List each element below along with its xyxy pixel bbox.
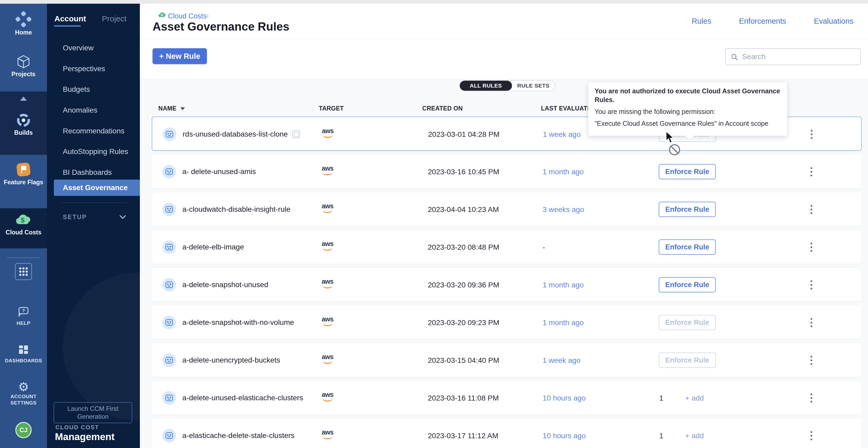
app-window: Home Projects Builds bbox=[0, 0, 868, 448]
aws-target-logo: aws bbox=[319, 202, 335, 213]
sidebar-item-help[interactable]: ? HELP bbox=[0, 306, 47, 326]
product-name: Management bbox=[55, 432, 115, 443]
svg-text:$: $ bbox=[21, 216, 25, 224]
row-menu-kebab-icon[interactable] bbox=[806, 427, 816, 444]
enforce-rule-button[interactable]: Enforce Rule bbox=[659, 164, 716, 179]
rule-name[interactable]: a- delete-unused-amis bbox=[182, 167, 256, 176]
sidebar-item-bi-dashboards[interactable]: BI Dashboards bbox=[63, 168, 112, 177]
link-evaluations[interactable]: Evaluations bbox=[814, 17, 854, 26]
aws-target-logo: aws bbox=[319, 391, 335, 402]
sidebar-item-home[interactable]: Home bbox=[0, 10, 47, 36]
sidebar-item-anomalies[interactable]: Anomalies bbox=[63, 106, 97, 114]
copy-icon[interactable] bbox=[292, 130, 300, 138]
sidebar-item-projects[interactable]: Projects bbox=[0, 54, 47, 78]
breadcrumb[interactable]: Cloud Costs bbox=[168, 12, 207, 20]
cloud-costs-sidebar: Account Project Overview Perspectives Bu… bbox=[47, 4, 140, 448]
main-content: $ Cloud Costs › Asset Governance Rules R… bbox=[140, 4, 868, 448]
watermark bbox=[63, 273, 140, 420]
rule-name[interactable]: a-cloudwatch-disable-insight-rule bbox=[182, 205, 290, 214]
aws-text: aws bbox=[322, 240, 333, 247]
rule-name[interactable]: a-delete-unencrypted-buckets bbox=[182, 356, 280, 365]
last-evaluation-link[interactable]: 1 month ago bbox=[542, 281, 584, 289]
rule-name[interactable]: a-delete-unused-elasticache-clusters bbox=[182, 394, 303, 402]
tab-project[interactable]: Project bbox=[102, 14, 126, 23]
row-menu-kebab-icon[interactable] bbox=[806, 277, 816, 293]
aws-target-logo: aws bbox=[319, 165, 335, 175]
sidebar-item-feature-flags[interactable]: Feature Flags bbox=[0, 161, 47, 186]
enforce-rule-button[interactable]: Enforce Rule bbox=[659, 239, 716, 255]
rule-name[interactable]: a-delete-snapshot-unused bbox=[182, 281, 268, 289]
row-menu-kebab-icon[interactable] bbox=[806, 239, 816, 255]
last-evaluation-link[interactable]: 10 hours ago bbox=[542, 432, 586, 440]
table-row[interactable]: a- delete-unused-amis aws 2023-03-16 10:… bbox=[152, 154, 862, 188]
sidebar-item-budgets[interactable]: Budgets bbox=[63, 85, 90, 94]
sidebar-item-recommendations[interactable]: Recommendations bbox=[63, 127, 124, 135]
add-enforcement-link[interactable]: + add bbox=[685, 394, 704, 402]
module-grid-button[interactable] bbox=[15, 263, 32, 280]
table-row[interactable]: a-cloudwatch-disable-insight-rule aws 20… bbox=[152, 192, 862, 226]
sidebar-item-account-settings[interactable]: ⚙ ACCOUNT SETTINGS bbox=[0, 380, 47, 406]
aws-target-logo: aws bbox=[320, 127, 336, 138]
last-evaluation-link[interactable]: 3 weeks ago bbox=[542, 205, 584, 214]
collapse-caret-icon[interactable] bbox=[20, 97, 27, 101]
last-evaluation-link[interactable]: 1 week ago bbox=[542, 356, 580, 365]
row-menu-kebab-icon[interactable] bbox=[806, 390, 816, 406]
rule-name[interactable]: a-elasticache-delete-stale-clusters bbox=[182, 432, 294, 440]
enforce-rule-button[interactable]: Enforce Rule bbox=[659, 352, 716, 368]
sidebar-item-builds[interactable]: Builds bbox=[0, 112, 47, 136]
table-row[interactable]: a-elasticache-delete-stale-clusters aws … bbox=[152, 418, 862, 448]
column-header-created-on[interactable]: CREATED ON bbox=[422, 105, 463, 112]
table-row[interactable]: a-delete-snapshot-unused aws 2023-03-20 … bbox=[152, 267, 862, 302]
user-avatar[interactable]: CJ bbox=[15, 422, 32, 438]
grid-icon bbox=[18, 266, 29, 277]
sidebar-item-autostopping-rules[interactable]: AutoStopping Rules bbox=[63, 147, 128, 156]
last-evaluation-link[interactable]: 1 month ago bbox=[542, 168, 584, 176]
enforce-rule-button[interactable]: Enforce Rule bbox=[659, 277, 716, 292]
svg-text:$: $ bbox=[161, 13, 163, 17]
last-evaluation-link[interactable]: 1 week ago bbox=[543, 130, 581, 139]
tab-account[interactable]: Account bbox=[54, 14, 86, 23]
sidebar-item-overview[interactable]: Overview bbox=[63, 44, 94, 52]
table-row[interactable]: a-delete-snapshot-with-no-volume aws 202… bbox=[152, 305, 862, 339]
column-header-name[interactable]: NAME bbox=[158, 105, 185, 112]
add-enforcement-link[interactable]: + add bbox=[685, 432, 704, 440]
table-row[interactable]: a-delete-unencrypted-buckets aws 2023-03… bbox=[152, 343, 862, 377]
row-menu-kebab-icon[interactable] bbox=[806, 352, 816, 368]
created-on-value: 2023-04-04 10:23 AM bbox=[428, 205, 499, 214]
rule-name[interactable]: rds-unused-databases-list-clone bbox=[183, 130, 288, 138]
tab-all-rules[interactable]: ALL RULES bbox=[460, 81, 512, 91]
sidebar-item-label: Cloud Costs bbox=[0, 229, 47, 236]
tab-rule-sets[interactable]: RULE SETS bbox=[512, 81, 555, 91]
enforce-rule-button[interactable]: Enforce Rule bbox=[659, 202, 716, 217]
table-row[interactable]: a-delete-unused-elasticache-clusters aws… bbox=[152, 380, 862, 415]
aws-target-logo: aws bbox=[319, 240, 335, 251]
last-evaluation-link[interactable]: 1 month ago bbox=[542, 318, 584, 327]
rule-name[interactable]: a-delete-snapshot-with-no-volume bbox=[182, 318, 294, 327]
page-title: Asset Governance Rules bbox=[153, 20, 289, 33]
link-rules[interactable]: Rules bbox=[692, 17, 711, 26]
sidebar-item-perspectives[interactable]: Perspectives bbox=[63, 65, 105, 73]
chevron-down-icon[interactable] bbox=[119, 214, 127, 221]
launch-ccm-first-gen-button[interactable]: Launch CCM First Generation bbox=[54, 402, 132, 423]
sidebar-item-dashboards[interactable]: DASHBOARDS bbox=[0, 343, 47, 364]
row-menu-kebab-icon[interactable] bbox=[806, 164, 816, 180]
aws-text: aws bbox=[322, 127, 334, 135]
enforce-rule-button[interactable]: Enforce Rule bbox=[659, 315, 716, 330]
link-enforcements[interactable]: Enforcements bbox=[739, 17, 786, 26]
column-header-target[interactable]: TARGET bbox=[319, 105, 344, 112]
new-rule-button[interactable]: + New Rule bbox=[153, 48, 207, 64]
row-menu-kebab-icon[interactable] bbox=[806, 126, 817, 142]
rule-name[interactable]: a-delete-elb-image bbox=[182, 243, 244, 251]
rule-icon bbox=[162, 165, 176, 178]
enforcement-count[interactable]: 1 bbox=[659, 432, 663, 440]
enforcement-count[interactable]: 1 bbox=[659, 394, 663, 402]
setup-section-label[interactable]: SETUP bbox=[63, 214, 87, 221]
sidebar-item-asset-governance[interactable]: Asset Governance bbox=[54, 179, 140, 196]
table-row[interactable]: a-delete-elb-image aws 2023-03-20 08:48 … bbox=[152, 230, 862, 264]
row-menu-kebab-icon[interactable] bbox=[806, 314, 816, 331]
sidebar-item-cloud-costs[interactable]: $ Cloud Costs bbox=[0, 212, 47, 236]
last-evaluation-link[interactable]: 10 hours ago bbox=[542, 394, 586, 402]
row-menu-kebab-icon[interactable] bbox=[806, 201, 816, 217]
aws-smile-icon bbox=[323, 135, 333, 138]
search-input[interactable] bbox=[742, 49, 858, 65]
